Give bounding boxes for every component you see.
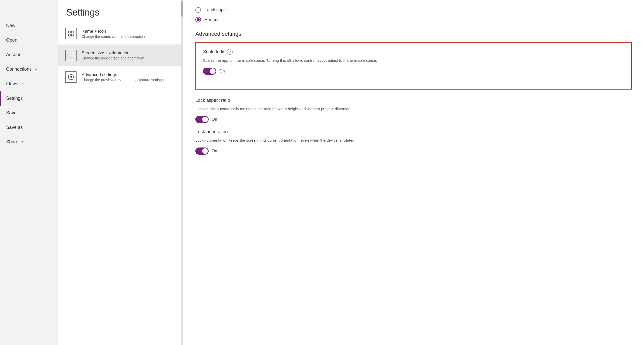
scale-to-fit-help-icon[interactable]: ? xyxy=(227,49,233,55)
sidebar-item-flows-label: Flows xyxy=(6,81,18,87)
sidebar-item-share[interactable]: Share ↗ xyxy=(0,135,58,149)
lock-orientation-description: Locking orientation keeps the screen in … xyxy=(195,138,632,143)
sidebar-item-save-as-label: Save as xyxy=(6,125,23,130)
scrollbar-thumb[interactable] xyxy=(181,1,183,17)
sidebar-item-connections[interactable]: Connections ↗ xyxy=(0,62,58,77)
advanced-settings-heading: Advanced settings xyxy=(195,31,632,37)
scrollbar-track[interactable] xyxy=(181,0,183,345)
sidebar-item-open[interactable]: Open xyxy=(0,33,58,47)
settings-nav-screen-size[interactable]: Screen size + orientation Change the asp… xyxy=(58,45,183,66)
right-panel: Landscape Portrait Advanced settings Sca… xyxy=(183,0,644,345)
sidebar-item-open-label: Open xyxy=(6,38,17,43)
scale-to-fit-description: Scales the app to fit available space. T… xyxy=(203,58,624,64)
lock-aspect-ratio-title-row: Lock aspect ratio xyxy=(195,98,632,103)
sidebar-item-save[interactable]: Save xyxy=(0,106,58,120)
settings-nav-screen-size-text: Screen size + orientation Change the asp… xyxy=(82,51,144,60)
settings-nav-advanced[interactable]: Advanced settings Change the preview & e… xyxy=(58,66,183,88)
svg-point-7 xyxy=(70,76,72,78)
scale-to-fit-toggle-row: On xyxy=(203,68,624,75)
landscape-radio-button[interactable] xyxy=(195,7,201,13)
advanced-settings-icon xyxy=(65,71,77,83)
scale-to-fit-toggle[interactable] xyxy=(203,68,216,75)
page-title: Settings xyxy=(58,0,183,23)
sidebar-item-share-label: Share xyxy=(6,139,18,145)
lock-orientation-title-row: Lock orientation xyxy=(195,129,632,134)
scale-to-fit-toggle-label: On xyxy=(219,69,225,73)
sidebar-item-account-label: Account xyxy=(6,52,23,57)
back-button[interactable]: ← xyxy=(0,0,58,18)
lock-orientation-toggle-thumb xyxy=(202,148,208,154)
landscape-radio-item[interactable]: Landscape xyxy=(195,7,632,13)
svg-rect-3 xyxy=(71,34,73,36)
lock-orientation-block: Lock orientation Locking orientation kee… xyxy=(195,129,632,155)
lock-aspect-ratio-description: Locking this automatically maintains the… xyxy=(195,106,632,112)
sidebar-item-account[interactable]: Account xyxy=(0,47,58,62)
external-link-icon: ↗ xyxy=(21,82,24,86)
lock-aspect-ratio-toggle-row: On xyxy=(195,116,632,123)
sidebar-item-settings[interactable]: Settings xyxy=(0,91,58,106)
settings-nav-name-icon-title: Name + icon xyxy=(82,29,145,34)
portrait-radio-item[interactable]: Portrait xyxy=(195,17,632,22)
scale-to-fit-block: Scale to fit ? Scales the app to fit ava… xyxy=(203,49,624,75)
settings-nav-advanced-subtitle: Change the preview & experimental featur… xyxy=(82,78,163,82)
lock-orientation-toggle-label: On xyxy=(212,149,217,153)
settings-nav-name-icon-text: Name + icon Change the name, icon, and d… xyxy=(82,29,145,39)
sidebar-item-new[interactable]: New xyxy=(0,18,58,33)
svg-rect-0 xyxy=(68,31,70,33)
sidebar-item-connections-label: Connections xyxy=(6,67,32,72)
sidebar-item-save-as[interactable]: Save as xyxy=(0,120,58,135)
screen-size-icon xyxy=(65,50,77,61)
sidebar-item-settings-label: Settings xyxy=(6,96,23,101)
scale-to-fit-title: Scale to fit xyxy=(203,49,224,55)
lock-orientation-toggle[interactable] xyxy=(195,147,209,155)
portrait-radio-button[interactable] xyxy=(195,17,201,22)
sidebar-item-flows[interactable]: Flows ↗ xyxy=(0,77,58,91)
settings-nav-advanced-title: Advanced settings xyxy=(82,72,163,77)
back-arrow-icon: ← xyxy=(6,5,12,12)
sidebar-item-save-label: Save xyxy=(6,110,17,116)
external-link-icon: ↗ xyxy=(21,140,24,144)
settings-nav-name-icon[interactable]: Name + icon Change the name, icon, and d… xyxy=(58,23,183,45)
lock-aspect-ratio-toggle-label: On xyxy=(212,117,217,122)
scale-to-fit-box: Scale to fit ? Scales the app to fit ava… xyxy=(195,42,632,90)
svg-rect-2 xyxy=(68,34,70,36)
landscape-radio-label: Landscape xyxy=(205,7,226,13)
settings-nav-name-icon-subtitle: Change the name, icon, and description xyxy=(82,34,145,39)
lock-aspect-ratio-toggle-thumb xyxy=(202,117,208,122)
lock-orientation-title: Lock orientation xyxy=(195,129,228,134)
orientation-radio-group: Landscape Portrait xyxy=(195,7,632,22)
settings-nav-screen-size-title: Screen size + orientation xyxy=(82,51,144,56)
scale-to-fit-toggle-thumb xyxy=(210,68,216,74)
lock-aspect-ratio-title: Lock aspect ratio xyxy=(195,98,230,103)
lock-aspect-ratio-block: Lock aspect ratio Locking this automatic… xyxy=(195,98,632,123)
scale-to-fit-title-row: Scale to fit ? xyxy=(203,49,624,55)
settings-nav-advanced-text: Advanced settings Change the preview & e… xyxy=(82,72,163,82)
sidebar-item-new-label: New xyxy=(6,23,15,28)
lock-orientation-toggle-row: On xyxy=(195,147,632,155)
center-panel: Settings Name + icon Change the name, ic… xyxy=(58,0,183,345)
settings-nav-screen-size-subtitle: Change the aspect ratio and orientation xyxy=(82,56,144,60)
svg-rect-4 xyxy=(68,53,74,57)
sidebar: ← New Open Account Connections ↗ Flows ↗… xyxy=(0,0,58,345)
svg-rect-1 xyxy=(71,31,73,33)
external-link-icon: ↗ xyxy=(34,67,37,71)
portrait-radio-label: Portrait xyxy=(205,17,219,22)
lock-aspect-ratio-toggle[interactable] xyxy=(195,116,209,123)
name-icon-icon xyxy=(65,28,77,39)
